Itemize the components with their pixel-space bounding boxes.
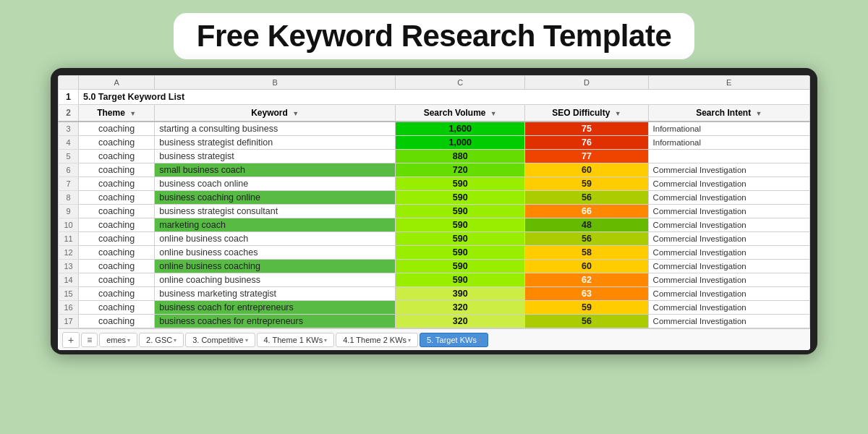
row-num-10: 10 (59, 218, 79, 232)
cell-seo-difficulty: 77 (525, 150, 648, 163)
table-row: 5coachingbusiness strategist88077 (59, 150, 810, 163)
cell-theme: coaching (79, 122, 155, 136)
table-row: 13coachingonline business coaching59060C… (59, 260, 810, 273)
cell-seo-difficulty: 66 (525, 205, 648, 218)
cell-volume: 320 (396, 315, 525, 328)
cell-seo-difficulty: 59 (525, 177, 648, 191)
table-row: 14coachingonline coaching business59062C… (59, 273, 810, 287)
cell-keyword: business coach for entrepreneurs (155, 301, 396, 315)
cell-volume: 1,000 (396, 136, 525, 150)
cell-search-intent: Commercial Investigation (648, 163, 809, 177)
cell-keyword: online business coaches (155, 246, 396, 260)
cell-volume: 720 (396, 163, 525, 177)
cell-theme: coaching (79, 191, 155, 205)
tab-theme2-arrow: ▾ (408, 337, 411, 344)
cell-search-intent: Informational (648, 136, 809, 150)
tab-themes-arrow: ▾ (127, 337, 130, 344)
cell-keyword: marketing coach (155, 218, 396, 232)
col-e: E (648, 76, 809, 90)
cell-theme: coaching (79, 218, 155, 232)
cell-theme: coaching (79, 260, 155, 273)
tabs-bar: + ≡ emes▾ 2. GSC▾ 3. Competitive▾ 4. The… (58, 328, 810, 350)
table-row: 11coachingonline business coach59056Comm… (59, 232, 810, 246)
table-row: 6coachingsmall business coach72060Commer… (59, 163, 810, 177)
cell-seo-difficulty: 56 (525, 232, 648, 246)
cell-volume: 590 (396, 218, 525, 232)
row-num-4: 4 (59, 136, 79, 150)
cell-search-intent: Informational (648, 122, 809, 136)
corner-cell (59, 76, 79, 90)
tab-gsc[interactable]: 2. GSC▾ (139, 333, 184, 347)
page-title: Free Keyword Research Template (197, 19, 672, 54)
cell-search-intent: Commercial Investigation (648, 177, 809, 191)
tab-theme1[interactable]: 4. Theme 1 KWs▾ (257, 333, 335, 347)
cell-volume: 880 (396, 150, 525, 163)
filter-icon-volume[interactable]: ▼ (490, 110, 497, 117)
header-intent: Search Intent ▼ (648, 105, 809, 122)
cell-keyword: business strategist (155, 150, 396, 163)
cell-volume: 320 (396, 301, 525, 315)
cell-keyword: online business coaching (155, 260, 396, 273)
tab-gsc-arrow: ▾ (174, 337, 176, 344)
row-num-3: 3 (59, 122, 79, 136)
tab-add-button[interactable]: + (62, 332, 80, 348)
row-num-9: 9 (59, 205, 79, 218)
tab-theme2[interactable]: 4.1 Theme 2 KWs▾ (336, 333, 418, 347)
cell-search-intent: Commercial Investigation (648, 232, 809, 246)
tab-competitive-arrow: ▾ (245, 337, 248, 344)
table-row: 16coachingbusiness coach for entrepreneu… (59, 301, 810, 315)
table-row: 10coachingmarketing coach59048Commercial… (59, 218, 810, 232)
spreadsheet-inner: A B C D E 1 5.0 Target Keyword List 2 Th… (58, 75, 810, 350)
tab-competitive-label: 3. Competitive (192, 336, 243, 344)
cell-seo-difficulty: 76 (525, 136, 648, 150)
col-letters-row: A B C D E (59, 76, 810, 90)
spreadsheet-wrapper: A B C D E 1 5.0 Target Keyword List 2 Th… (51, 68, 817, 354)
filter-icon-theme[interactable]: ▼ (129, 110, 136, 117)
cell-search-intent: Commercial Investigation (648, 287, 809, 301)
cell-keyword: small business coach (155, 163, 396, 177)
table-row: 15coachingbusiness marketing strategist3… (59, 287, 810, 301)
tab-target-kws[interactable]: 5. Target KWs▾ (420, 333, 488, 347)
cell-volume: 590 (396, 246, 525, 260)
filter-icon-intent[interactable]: ▼ (756, 110, 762, 117)
cell-seo-difficulty: 62 (525, 273, 648, 287)
cell-keyword: online business coach (155, 232, 396, 246)
cell-search-intent: Commercial Investigation (648, 191, 809, 205)
cell-volume: 390 (396, 287, 525, 301)
tab-themes-label: emes (106, 336, 126, 344)
col-a: A (79, 76, 155, 90)
tab-menu-button[interactable]: ≡ (81, 333, 98, 347)
table-row: 12coachingonline business coaches59058Co… (59, 246, 810, 260)
cell-volume: 590 (396, 205, 525, 218)
row-num-12: 12 (59, 246, 79, 260)
filter-icon-seo[interactable]: ▼ (615, 110, 621, 117)
cell-seo-difficulty: 63 (525, 287, 648, 301)
cell-seo-difficulty: 59 (525, 301, 648, 315)
cell-seo-difficulty: 60 (525, 260, 648, 273)
cell-theme: coaching (79, 177, 155, 191)
cell-theme: coaching (79, 287, 155, 301)
tab-themes[interactable]: emes▾ (99, 333, 137, 347)
col-b: B (155, 76, 396, 90)
table-row: 4coachingbusiness strategist definition1… (59, 136, 810, 150)
cell-volume: 590 (396, 273, 525, 287)
col-c: C (396, 76, 525, 90)
cell-search-intent: Commercial Investigation (648, 273, 809, 287)
table-row: 8coachingbusiness coaching online59056Co… (59, 191, 810, 205)
row-num-16: 16 (59, 301, 79, 315)
cell-search-intent: Commercial Investigation (648, 218, 809, 232)
filter-icon-keyword[interactable]: ▼ (292, 110, 299, 117)
tab-theme1-arrow: ▾ (324, 337, 327, 344)
cell-seo-difficulty: 60 (525, 163, 648, 177)
tab-theme1-label: 4. Theme 1 KWs (264, 336, 323, 344)
cell-seo-difficulty: 48 (525, 218, 648, 232)
tab-competitive[interactable]: 3. Competitive▾ (185, 333, 255, 347)
cell-seo-difficulty: 75 (525, 122, 648, 136)
tab-target-kws-label: 5. Target KWs (427, 336, 477, 344)
row-num-8: 8 (59, 191, 79, 205)
row-num-14: 14 (59, 273, 79, 287)
header-theme: Theme ▼ (79, 105, 155, 122)
row-num-15: 15 (59, 287, 79, 301)
cell-keyword: online coaching business (155, 273, 396, 287)
cell-search-intent: Commercial Investigation (648, 246, 809, 260)
